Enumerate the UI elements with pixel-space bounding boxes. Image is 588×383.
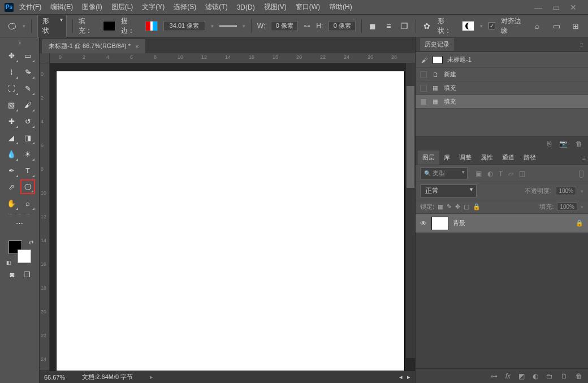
- lock-brush-icon[interactable]: ✎: [447, 203, 452, 210]
- custom-shape-preview[interactable]: [462, 21, 474, 31]
- history-brush-tool[interactable]: ↺: [20, 114, 35, 128]
- scroll-right-icon[interactable]: ▸: [407, 373, 410, 381]
- menu-select[interactable]: 选择(S): [170, 1, 200, 14]
- frame-tool[interactable]: ▧: [4, 97, 19, 112]
- horizontal-ruler[interactable]: 024681012141618202224262830: [50, 53, 415, 63]
- maximize-icon[interactable]: ▭: [552, 3, 560, 12]
- menu-edit[interactable]: 编辑(E): [47, 1, 76, 14]
- doc-info[interactable]: 文档:2.64M/0 字节: [82, 373, 133, 381]
- lock-all-icon[interactable]: 🔒: [473, 203, 481, 210]
- arrange-icon[interactable]: ❒: [400, 20, 410, 32]
- group-icon[interactable]: 🗀: [546, 372, 553, 380]
- layers-empty-area[interactable]: [416, 233, 588, 368]
- path-op-icon[interactable]: ◼: [368, 20, 378, 32]
- menu-file[interactable]: 文件(F): [16, 1, 45, 14]
- menu-filter[interactable]: 滤镜(T): [202, 1, 231, 14]
- menu-view[interactable]: 视图(V): [261, 1, 290, 14]
- tab-channels[interactable]: 通道: [498, 150, 519, 165]
- dodge-tool[interactable]: ☀: [20, 147, 35, 161]
- layer-row[interactable]: 👁 背景 🔒: [416, 214, 588, 233]
- blur-tool[interactable]: 💧: [4, 147, 19, 161]
- path-select-tool[interactable]: ⬀: [4, 179, 19, 194]
- stroke-width-input[interactable]: [163, 21, 205, 31]
- panel-menu-icon[interactable]: ≡: [580, 41, 583, 48]
- crop-tool[interactable]: ⛶: [4, 81, 19, 96]
- tool-preset-icon[interactable]: [7, 20, 17, 32]
- fx-icon[interactable]: fx: [505, 372, 511, 380]
- zoom-tool[interactable]: ⌕: [20, 196, 35, 210]
- opacity-value[interactable]: 100%: [556, 187, 576, 195]
- lock-pixels-icon[interactable]: ▦: [438, 203, 443, 210]
- trash-icon[interactable]: 🗑: [576, 140, 582, 148]
- quick-select-tool[interactable]: ✎̶: [20, 64, 35, 79]
- filter-pixel-icon[interactable]: ▣: [475, 170, 482, 178]
- fill-opacity-value[interactable]: 100%: [557, 203, 577, 211]
- blend-mode-select[interactable]: 正常: [420, 184, 477, 197]
- camera-icon[interactable]: 📷: [559, 140, 568, 148]
- type-tool[interactable]: T: [20, 163, 35, 178]
- toolbox-expand-icon[interactable]: ⟫: [18, 40, 21, 46]
- link-layers-icon[interactable]: ⊶: [491, 372, 498, 380]
- stroke-style[interactable]: [219, 25, 237, 27]
- default-colors-icon[interactable]: ◧: [6, 260, 11, 265]
- gear-icon[interactable]: ✿: [422, 20, 432, 32]
- canvas[interactable]: [57, 71, 404, 371]
- delete-layer-icon[interactable]: 🗑: [576, 372, 582, 380]
- zoom-level[interactable]: 66.67%: [44, 374, 65, 381]
- close-tab-icon[interactable]: ×: [135, 43, 139, 50]
- filter-adjust-icon[interactable]: ◐: [487, 170, 493, 178]
- tab-adjustments[interactable]: 调整: [455, 150, 476, 165]
- filter-shape-icon[interactable]: ▱: [508, 170, 513, 178]
- stroke-swatch[interactable]: [145, 21, 158, 31]
- filter-type-icon[interactable]: T: [499, 170, 503, 178]
- menu-image[interactable]: 图像(I): [79, 1, 105, 14]
- share-icon[interactable]: ▭: [551, 20, 562, 32]
- height-input[interactable]: [328, 21, 356, 31]
- history-step[interactable]: ▦ 填充: [416, 95, 588, 109]
- ruler-origin[interactable]: [40, 53, 50, 63]
- hand-tool[interactable]: ✋: [4, 196, 19, 210]
- menu-help[interactable]: 帮助(H): [326, 1, 356, 14]
- vertical-ruler[interactable]: 02468101214161820222426: [40, 63, 50, 371]
- history-step[interactable]: ▦ 填充: [416, 81, 588, 95]
- menu-layer[interactable]: 图层(L): [108, 1, 137, 14]
- document-tab[interactable]: 未标题-1 @ 66.7%(RGB/8#) * ×: [42, 39, 145, 53]
- layer-name[interactable]: 背景: [453, 219, 465, 227]
- link-wh-icon[interactable]: ⊶: [304, 22, 310, 30]
- vertical-scrollbar[interactable]: [406, 63, 415, 358]
- move-tool[interactable]: ✥: [4, 48, 19, 63]
- eraser-tool[interactable]: ◢: [4, 130, 19, 145]
- menu-window[interactable]: 窗口(W): [292, 1, 323, 14]
- align-edges-checkbox[interactable]: ✓: [488, 22, 495, 29]
- workspace-icon[interactable]: ⊞: [570, 20, 581, 32]
- panel-menu-icon[interactable]: ≡: [582, 154, 586, 161]
- pen-tool[interactable]: ✒: [4, 163, 19, 178]
- history-tab[interactable]: 历史记录: [420, 38, 454, 51]
- tab-layers[interactable]: 图层: [418, 150, 439, 165]
- adjustment-layer-icon[interactable]: ◐: [533, 372, 538, 380]
- history-document-row[interactable]: 🖌 未标题-1: [416, 52, 588, 68]
- edit-toolbar[interactable]: ⋯: [12, 216, 27, 230]
- filter-smart-icon[interactable]: ◫: [519, 170, 525, 178]
- quickmask-icon[interactable]: ◙: [7, 269, 18, 280]
- tab-paths[interactable]: 路径: [519, 150, 541, 165]
- eyedropper-tool[interactable]: ✎: [20, 81, 35, 96]
- swap-colors-icon[interactable]: ⇄: [29, 239, 33, 246]
- new-layer-icon[interactable]: 🗋: [561, 372, 568, 380]
- scroll-left-icon[interactable]: ◂: [399, 373, 403, 381]
- layer-thumb[interactable]: [431, 217, 448, 230]
- brush-tool[interactable]: 🖌: [20, 97, 35, 112]
- align-icon[interactable]: ≡: [383, 20, 394, 32]
- color-swatches[interactable]: ⇄ ◧: [8, 240, 31, 263]
- screenmode-icon[interactable]: ❐: [21, 269, 33, 280]
- lasso-tool[interactable]: ⌇: [4, 64, 19, 79]
- custom-shape-tool[interactable]: [20, 179, 35, 194]
- minimize-icon[interactable]: —: [534, 3, 542, 12]
- healing-tool[interactable]: ✚: [4, 114, 19, 128]
- gradient-tool[interactable]: ◨: [20, 130, 35, 145]
- marquee-tool[interactable]: ▭: [20, 48, 35, 63]
- tab-libraries[interactable]: 库: [439, 150, 455, 165]
- close-icon[interactable]: ✕: [570, 3, 577, 12]
- menu-3d[interactable]: 3D(D): [234, 2, 258, 13]
- lock-artboard-icon[interactable]: ▢: [464, 203, 469, 210]
